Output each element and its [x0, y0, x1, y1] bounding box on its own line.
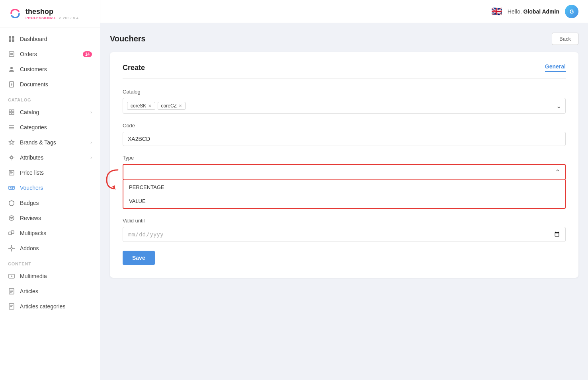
sidebar-item-label: Badges: [20, 200, 39, 206]
catalog-section-label: CATALOG: [0, 92, 100, 105]
sidebar-item-brands-tags[interactable]: Brands & Tags ›: [0, 135, 100, 150]
svg-point-42: [11, 245, 12, 246]
svg-marker-55: [112, 185, 115, 190]
sidebar-item-label: Dashboard: [20, 36, 47, 42]
type-field-group: Type ⌃ PERCENTAGE VALUE: [123, 155, 566, 209]
type-dropdown-options: PERCENTAGE VALUE: [123, 180, 566, 209]
svg-rect-3: [12, 39, 14, 42]
user-avatar[interactable]: G: [565, 5, 578, 18]
sidebar-item-vouchers[interactable]: Vouchers: [0, 180, 100, 195]
svg-point-34: [9, 216, 14, 220]
logo: theshop PROFESSIONAL v. 2022.8.4: [0, 0, 100, 27]
categories-icon: [8, 124, 15, 131]
sidebar-item-label: Addons: [20, 245, 39, 251]
main-content: 🇬🇧 Hello, Global Admin G Vouchers Back C…: [100, 0, 588, 380]
sidebar-item-multipacks[interactable]: Multipacks: [0, 226, 100, 241]
catalog-field-group: Catalog coreSK × coreCZ × ⌄: [123, 89, 566, 114]
topbar: 🇬🇧 Hello, Global Admin G: [100, 0, 588, 23]
card-title: Create: [123, 64, 145, 72]
sidebar-item-label: Reviews: [20, 215, 41, 221]
language-flag[interactable]: 🇬🇧: [491, 6, 502, 17]
user-greeting: Hello, Global Admin: [508, 8, 559, 15]
page-header: Vouchers Back: [110, 33, 578, 45]
svg-point-37: [11, 247, 12, 249]
sidebar: theshop PROFESSIONAL v. 2022.8.4 Dashboa…: [0, 0, 100, 380]
chevron-right-icon: ›: [90, 140, 92, 145]
addons-icon: [8, 245, 15, 252]
reviews-icon: [8, 214, 15, 222]
articles-icon: [8, 288, 15, 295]
type-option-percentage[interactable]: PERCENTAGE: [123, 180, 565, 194]
svg-marker-19: [9, 140, 14, 144]
svg-point-20: [10, 156, 13, 159]
svg-rect-14: [9, 113, 11, 115]
sidebar-item-addons[interactable]: Addons: [0, 241, 100, 256]
sidebar-item-label: Catalog: [20, 109, 39, 115]
general-tab[interactable]: General: [545, 63, 566, 72]
svg-rect-0: [9, 36, 11, 39]
sidebar-item-label: Articles categories: [20, 303, 65, 310]
create-card: Create General Catalog coreSK × coreCZ ×…: [110, 52, 578, 278]
multimedia-icon: [8, 273, 15, 280]
customers-icon: [8, 66, 15, 73]
vouchers-icon: [8, 184, 15, 191]
svg-point-43: [11, 251, 12, 251]
app-name: theshop: [25, 8, 78, 16]
valid-until-input[interactable]: [123, 227, 566, 242]
save-button[interactable]: Save: [123, 251, 155, 265]
sidebar-item-multimedia[interactable]: Multimedia: [0, 269, 100, 284]
sidebar-item-label: Customers: [20, 66, 47, 72]
red-arrow-indicator: [103, 168, 122, 192]
type-dropdown-trigger[interactable]: ⌃: [123, 164, 566, 180]
sidebar-item-label: Price lists: [20, 170, 44, 176]
orders-badge: 14: [83, 51, 92, 57]
sidebar-item-reviews[interactable]: Reviews: [0, 210, 100, 226]
valid-until-label: Valid until: [123, 218, 566, 224]
svg-point-7: [10, 67, 13, 69]
svg-rect-4: [9, 52, 14, 57]
svg-rect-2: [9, 39, 11, 42]
sidebar-nav: Dashboard Orders 14 Customers Documents …: [0, 27, 100, 380]
sidebar-item-dashboard[interactable]: Dashboard: [0, 31, 100, 47]
sidebar-item-label: Brands & Tags: [20, 139, 56, 146]
sidebar-item-customers[interactable]: Customers: [0, 62, 100, 77]
sidebar-item-label: Documents: [20, 81, 48, 88]
code-input[interactable]: [123, 132, 566, 146]
sidebar-item-articles[interactable]: Articles: [0, 284, 100, 299]
catalog-icon: [8, 109, 15, 116]
chevron-right-icon: ›: [90, 155, 92, 160]
sidebar-item-articles-categories[interactable]: Articles categories: [0, 299, 100, 314]
svg-point-44: [8, 248, 9, 249]
type-dropdown[interactable]: ⌃ PERCENTAGE VALUE: [123, 164, 566, 209]
dashboard-icon: [8, 35, 15, 43]
sidebar-item-label: Attributes: [20, 154, 43, 161]
sidebar-item-badges[interactable]: Badges: [0, 195, 100, 210]
svg-rect-12: [9, 110, 11, 112]
chevron-up-icon: ⌃: [555, 168, 560, 176]
catalog-tags-input[interactable]: coreSK × coreCZ × ⌄: [123, 98, 566, 114]
sidebar-item-label: Articles: [20, 288, 38, 294]
sidebar-item-documents[interactable]: Documents: [0, 77, 100, 92]
orders-icon: [8, 51, 15, 58]
back-button[interactable]: Back: [552, 33, 578, 45]
sidebar-item-attributes[interactable]: Attributes ›: [0, 150, 100, 165]
brands-icon: [8, 139, 15, 146]
valid-until-field-group: Valid until: [123, 218, 566, 242]
sidebar-item-orders[interactable]: Orders 14: [0, 47, 100, 62]
attributes-icon: [8, 154, 15, 161]
sidebar-item-categories[interactable]: Categories: [0, 120, 100, 135]
code-field-group: Code: [123, 123, 566, 146]
price-lists-icon: [8, 169, 15, 176]
catalog-label: Catalog: [123, 89, 566, 95]
sidebar-item-price-lists[interactable]: Price lists: [0, 165, 100, 180]
type-option-value[interactable]: VALUE: [123, 194, 565, 208]
catalog-dropdown-arrow[interactable]: ⌄: [556, 102, 561, 110]
svg-marker-47: [11, 275, 13, 277]
remove-coresk-tag[interactable]: ×: [148, 103, 151, 109]
sidebar-item-label: Multipacks: [20, 230, 46, 236]
card-header: Create General: [123, 63, 566, 79]
sidebar-item-catalog[interactable]: Catalog ›: [0, 105, 100, 120]
remove-corecz-tag[interactable]: ×: [179, 103, 182, 109]
chevron-right-icon: ›: [90, 109, 92, 115]
svg-point-45: [14, 248, 15, 249]
